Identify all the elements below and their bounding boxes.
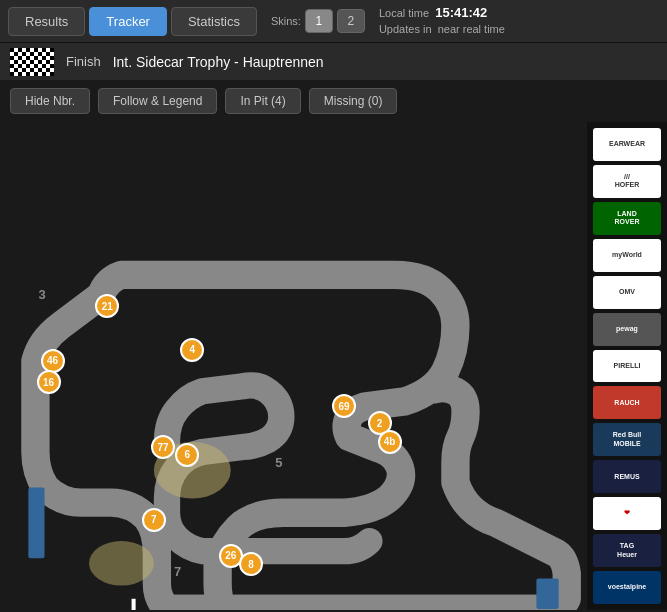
toolbar: Hide Nbr. Follow & Legend In Pit (4) Mis… bbox=[0, 80, 667, 122]
sponsor-item: OMV bbox=[593, 276, 661, 309]
main-content: 325791 21446166924b776726847135+8385156b… bbox=[0, 122, 667, 610]
updates-label: Updates in bbox=[379, 23, 432, 35]
sponsor-item: myWorld bbox=[593, 239, 661, 272]
sponsor-item: TAG Heuer bbox=[593, 534, 661, 567]
racer-marker[interactable]: 7 bbox=[142, 508, 166, 532]
near-real-time: near real time bbox=[438, 23, 505, 35]
follow-legend-button[interactable]: Follow & Legend bbox=[98, 88, 217, 114]
racer-marker[interactable]: 46 bbox=[41, 349, 65, 373]
race-name: Int. Sidecar Trophy - Hauptrennen bbox=[113, 54, 324, 70]
sponsor-item: pewag bbox=[593, 313, 661, 346]
skin-2-button[interactable]: 2 bbox=[337, 9, 365, 33]
sponsor-sidebar: EARWEAR/// HOFERLAND ROVERmyWorldOMVpewa… bbox=[587, 122, 667, 610]
hide-nbr-button[interactable]: Hide Nbr. bbox=[10, 88, 90, 114]
sponsor-item: PIRELLI bbox=[593, 350, 661, 383]
racer-marker[interactable]: 21 bbox=[95, 294, 119, 318]
sponsor-item: LAND ROVER bbox=[593, 202, 661, 235]
top-nav: Results Tracker Statistics Skins: 1 2 Lo… bbox=[0, 0, 667, 42]
sponsor-item: REMUS bbox=[593, 460, 661, 493]
missing-button[interactable]: Missing (0) bbox=[309, 88, 398, 114]
updates-section: Updates in near real time bbox=[379, 22, 505, 37]
racer-marker[interactable]: 8 bbox=[239, 552, 263, 576]
racer-marker[interactable]: 16 bbox=[37, 370, 61, 394]
local-time-text: Local time bbox=[379, 7, 429, 19]
racer-marker[interactable]: 4b bbox=[378, 430, 402, 454]
markers-container[interactable]: 21446166924b776726847135+8385156b10 bbox=[0, 122, 587, 610]
finish-label: Finish bbox=[66, 54, 101, 69]
sponsor-item: EARWEAR bbox=[593, 128, 661, 161]
sponsor-item: ❤ bbox=[593, 497, 661, 530]
finish-flag bbox=[10, 48, 54, 76]
skins-section: Skins: 1 2 bbox=[271, 9, 365, 33]
local-time-value: 15:41:42 bbox=[435, 5, 487, 20]
time-section: Local time 15:41:42 Updates in near real… bbox=[379, 4, 505, 38]
sponsor-item: RAUCH bbox=[593, 386, 661, 419]
skin-1-button[interactable]: 1 bbox=[305, 9, 333, 33]
sponsor-item: Red Bull MOBILE bbox=[593, 423, 661, 456]
in-pit-button[interactable]: In Pit (4) bbox=[225, 88, 300, 114]
sponsor-item: /// HOFER bbox=[593, 165, 661, 198]
statistics-button[interactable]: Statistics bbox=[171, 7, 257, 36]
racer-marker[interactable]: 6 bbox=[175, 443, 199, 467]
local-time-label: Local time 15:41:42 bbox=[379, 4, 505, 22]
track-area: 325791 21446166924b776726847135+8385156b… bbox=[0, 122, 587, 610]
sponsor-item: voestalpine bbox=[593, 571, 661, 604]
racer-marker[interactable]: 77 bbox=[151, 435, 175, 459]
tracker-button[interactable]: Tracker bbox=[89, 7, 167, 36]
racer-marker[interactable]: 4 bbox=[180, 338, 204, 362]
results-button[interactable]: Results bbox=[8, 7, 85, 36]
subtitle-bar: Finish Int. Sidecar Trophy - Hauptrennen bbox=[0, 42, 667, 80]
skins-label: Skins: bbox=[271, 15, 301, 27]
racer-marker[interactable]: 69 bbox=[332, 394, 356, 418]
